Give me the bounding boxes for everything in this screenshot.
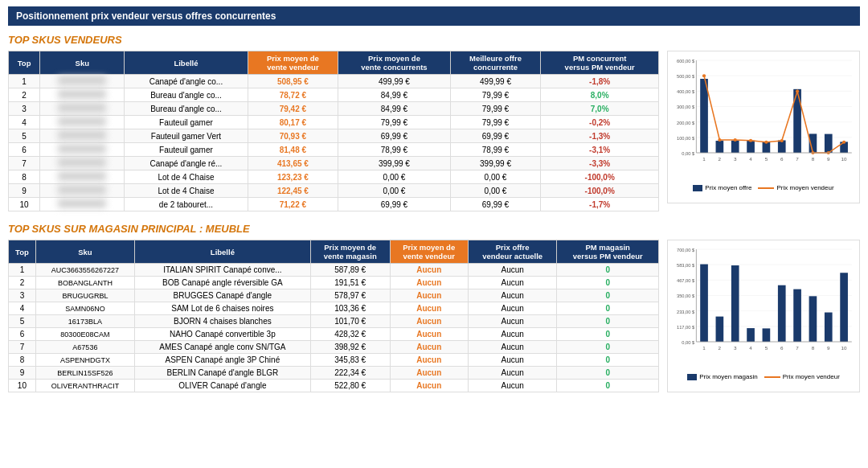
- cell-top: 8: [9, 354, 36, 367]
- table-row: 6 80300E08CAM NAHO Canapé convertible 3p…: [9, 328, 659, 341]
- cell-pvm: 101,70 €: [310, 315, 390, 328]
- cell-libelle: AMES Canapé angle conv SN/TGA: [134, 341, 310, 354]
- table-row: 5 Fauteuil gamer Vert 70,93 € 69,99 € 69…: [9, 129, 659, 143]
- section2-table: Top Sku Libellé Prix moyen devente magas…: [8, 240, 659, 392]
- svg-text:467,00 $: 467,00 $: [677, 278, 695, 283]
- cell-sku: SAMN06NO: [35, 302, 134, 315]
- col2-pvm: Prix moyen devente magasin: [310, 240, 390, 264]
- svg-rect-64: [731, 265, 739, 342]
- cell-pvv: Aucun: [390, 277, 468, 289]
- cell-libelle: Fauteuil gamer: [125, 116, 248, 129]
- cell-top: 2: [9, 88, 40, 102]
- cell-sku: AUC3663556267227: [35, 264, 134, 277]
- cell-libelle: Bureau d'angle co...: [125, 88, 248, 102]
- cell-pova: Aucun: [468, 380, 557, 392]
- col2-sku: Sku: [35, 240, 134, 264]
- table-row: 3 BRUGUGRBL BRUGGES Canapé d'angle 578,9…: [9, 289, 659, 302]
- cell-pova: Aucun: [468, 328, 557, 341]
- cell-libelle: ITALIAN SPIRIT Canapé conve...: [134, 264, 310, 277]
- cell-pova: Aucun: [468, 302, 557, 315]
- table-row: 3 Bureau d'angle co... 79,42 € 84,99 € 7…: [9, 102, 659, 116]
- cell-sku: [40, 143, 125, 157]
- cell-pvm: 398,92 €: [310, 341, 390, 354]
- svg-rect-16: [716, 141, 724, 153]
- table-row: 1 AUC3663556267227 ITALIAN SPIRIT Canapé…: [9, 264, 659, 277]
- cell-top: 8: [9, 170, 40, 184]
- cell-diff: 0: [557, 264, 659, 277]
- svg-text:2: 2: [719, 156, 722, 162]
- section2-table-area: Top Sku Libellé Prix moyen devente magas…: [8, 240, 659, 392]
- cell-diff: 0: [557, 302, 659, 315]
- cell-sku: [40, 102, 125, 116]
- cell-pova: Aucun: [468, 315, 557, 328]
- cell-sku: [40, 88, 125, 102]
- cell-pvm: 191,51 €: [310, 277, 390, 289]
- cell-moc: 78,99 €: [450, 143, 541, 157]
- svg-rect-62: [716, 317, 724, 342]
- svg-text:0,00 $: 0,00 $: [682, 340, 695, 345]
- cell-pvv: 81,48 €: [248, 143, 338, 157]
- svg-point-40: [796, 90, 799, 93]
- cell-moc: 0,00 €: [450, 170, 541, 184]
- svg-point-34: [702, 74, 706, 77]
- cell-libelle: Canapé d'angle ré...: [125, 157, 248, 170]
- legend-line-color-2: [764, 376, 780, 378]
- section2: TOP SKUS SUR MAGASIN PRINCIPAL : MEUBLE …: [8, 223, 860, 392]
- cell-sku: BRUGUGRBL: [35, 289, 134, 302]
- cell-pvc: 79,99 €: [338, 116, 450, 129]
- cell-diff: -1,3%: [541, 129, 659, 143]
- cell-diff: 8,0%: [541, 88, 659, 102]
- svg-rect-66: [747, 328, 755, 342]
- cell-pvv: 70,93 €: [248, 129, 338, 143]
- legend-line-label-2: Prix moyen vendeur: [783, 373, 840, 380]
- cell-sku: A67536: [35, 341, 134, 354]
- cell-moc: 69,99 €: [450, 198, 541, 211]
- cell-libelle: Fauteuil gamer Vert: [125, 129, 248, 143]
- col-diff: PM concurrentversus PM vendeur: [541, 51, 659, 75]
- col2-pova: Prix offrevendeur actuelle: [468, 240, 557, 264]
- cell-libelle: Fauteuil gamer: [125, 143, 248, 157]
- svg-text:100,00 $: 100,00 $: [677, 136, 695, 141]
- legend-line-label-1: Prix moyen vendeur: [776, 184, 833, 191]
- cell-top: 5: [9, 315, 36, 328]
- cell-top: 9: [9, 184, 40, 198]
- svg-rect-60: [700, 265, 708, 342]
- cell-top: 6: [9, 143, 40, 157]
- cell-libelle: OLIVER Canapé d'angle: [134, 380, 310, 392]
- section2-title: TOP SKUS SUR MAGASIN PRINCIPAL : MEUBLE: [8, 223, 860, 235]
- col-pvc: Prix moyen devente concurrents: [338, 51, 450, 75]
- cell-top: 1: [9, 264, 36, 277]
- cell-pova: Aucun: [468, 354, 557, 367]
- cell-pvm: 578,97 €: [310, 289, 390, 302]
- svg-text:4: 4: [749, 156, 752, 162]
- legend-line-2: Prix moyen vendeur: [764, 373, 840, 380]
- cell-pvv: Aucun: [390, 341, 468, 354]
- svg-text:500,00 $: 500,00 $: [677, 74, 695, 79]
- svg-text:5: 5: [765, 345, 768, 351]
- svg-text:3: 3: [734, 156, 737, 162]
- section1-chart-area: 600,00 $500,00 $400,00 $300,00 $200,00 $…: [667, 51, 860, 211]
- col2-libelle: Libellé: [134, 240, 310, 264]
- cell-pvv: Aucun: [390, 354, 468, 367]
- cell-pova: Aucun: [468, 341, 557, 354]
- cell-diff: -1,7%: [541, 198, 659, 211]
- svg-text:1: 1: [702, 156, 706, 162]
- cell-top: 4: [9, 116, 40, 129]
- legend-bar-color-1: [693, 185, 702, 191]
- cell-top: 6: [9, 328, 36, 341]
- cell-sku: BOBANGLANTH: [35, 277, 134, 289]
- cell-diff: 0: [557, 328, 659, 341]
- cell-sku: 16173BLA: [35, 315, 134, 328]
- svg-point-37: [749, 139, 752, 142]
- cell-moc: 399,99 €: [450, 157, 541, 170]
- cell-pvv: Aucun: [390, 315, 468, 328]
- svg-text:4: 4: [749, 345, 752, 351]
- cell-sku: [40, 75, 125, 88]
- cell-moc: 79,99 €: [450, 88, 541, 102]
- section1-legend: Prix moyen offre Prix moyen vendeur: [671, 184, 856, 191]
- svg-rect-78: [840, 273, 848, 342]
- col2-top: Top: [9, 240, 36, 264]
- cell-pova: Aucun: [468, 277, 557, 289]
- cell-diff: 0: [557, 354, 659, 367]
- svg-text:10: 10: [841, 156, 848, 162]
